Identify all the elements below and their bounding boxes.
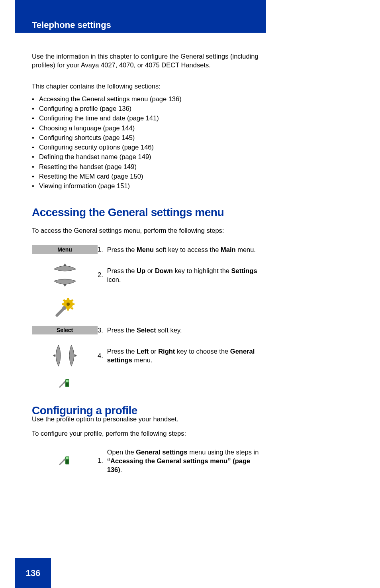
- softkey-button[interactable]: Menu: [32, 245, 98, 254]
- page-content: Use the information in this chapter to c…: [32, 40, 267, 417]
- svg-point-18: [63, 458, 65, 460]
- profile-lead: To configure your profile, perform the f…: [32, 429, 267, 438]
- summary-lead: This chapter contains the following sect…: [32, 82, 267, 90]
- page-number-box: 136: [15, 558, 51, 588]
- step-row: [32, 296, 267, 319]
- step-row: Menu1.Press the Menu soft key to access …: [32, 245, 267, 254]
- step-row: 2.Press the Up or Down key to highlight …: [32, 261, 267, 289]
- svg-point-10: [62, 306, 66, 310]
- bullet-item[interactable]: •Choosing a language (page 144): [32, 124, 267, 132]
- profile-body: Use the profile option to personalise yo…: [32, 415, 267, 423]
- step-row: [32, 377, 267, 390]
- step-number: 4.: [98, 352, 107, 360]
- general-settings-icon: [58, 454, 72, 468]
- bullet-item[interactable]: •Configuring a profile (page 136): [32, 104, 267, 113]
- profile-step-row: 1. Open the General settings menu using …: [32, 448, 267, 474]
- svg-point-14: [63, 382, 65, 383]
- settings-gear-icon: [54, 296, 76, 319]
- svg-rect-3: [62, 303, 64, 305]
- step-desc: Press the Up or Down key to highlight th…: [107, 266, 267, 284]
- bullet-item[interactable]: •Configuring the time and date (page 141…: [32, 114, 267, 122]
- accessing-lead: To access the General settings menu, per…: [32, 226, 267, 235]
- profile-step-desc: Open the General settings menu using the…: [107, 448, 267, 474]
- step-icon-cell: Select: [32, 326, 98, 334]
- steps-list: Menu1.Press the Menu soft key to access …: [32, 245, 267, 391]
- intro-paragraph: Use the information in this chapter to c…: [32, 52, 267, 70]
- heading-accessing: Accessing the General settings menu: [32, 206, 267, 219]
- step-number: 1.: [98, 246, 107, 253]
- bullet-item[interactable]: •Defining the handset name (page 149): [32, 152, 267, 161]
- bullet-item[interactable]: •Resetting the MEM card (page 150): [32, 172, 267, 181]
- bullet-item[interactable]: •Configuring security options (page 146): [32, 143, 267, 151]
- bullet-list: •Accessing the General settings menu (pa…: [32, 94, 267, 191]
- svg-rect-4: [72, 303, 74, 305]
- bullet-item[interactable]: •Accessing the General settings menu (pa…: [32, 94, 267, 103]
- nav-up-down-icon: [49, 261, 81, 289]
- svg-rect-1: [67, 298, 69, 300]
- bullet-item[interactable]: •Viewing information (page 151): [32, 181, 267, 190]
- svg-rect-13: [66, 383, 69, 386]
- bullet-item[interactable]: •Configuring shortcuts (page 145): [32, 133, 267, 142]
- svg-rect-17: [66, 460, 69, 464]
- step-number: 2.: [98, 271, 107, 279]
- svg-point-9: [67, 303, 70, 306]
- bullet-item[interactable]: •Resetting the handset (page 149): [32, 162, 267, 171]
- step-desc: Press the Menu soft key to access the Ma…: [107, 245, 256, 254]
- step-row: 4.Press the Left or Right key to choose …: [32, 342, 267, 370]
- page-number: 136: [26, 568, 41, 578]
- step-icon-cell: Menu: [32, 245, 98, 254]
- general-settings-icon-cell: [32, 454, 98, 468]
- step-icon-cell: [32, 261, 98, 289]
- step-row: Select3.Press the Select soft key.: [32, 326, 267, 334]
- general-settings-icon: [58, 377, 72, 390]
- step-number: 3.: [98, 326, 107, 334]
- step-desc: Press the Left or Right key to choose th…: [107, 347, 267, 365]
- profile-step-number: 1.: [98, 457, 107, 464]
- svg-rect-12: [66, 380, 69, 382]
- step-desc: Press the Select soft key.: [107, 326, 182, 334]
- softkey-button[interactable]: Select: [32, 326, 98, 334]
- svg-rect-16: [66, 457, 69, 459]
- step-icon-cell: [32, 342, 98, 370]
- nav-left-right-icon: [49, 342, 81, 370]
- svg-rect-2: [67, 308, 69, 311]
- step-icon-cell: [32, 296, 98, 319]
- section-title: Telephone settings: [32, 20, 111, 30]
- profile-section: Use the profile option to personalise yo…: [32, 415, 267, 481]
- step-icon-cell: [32, 377, 98, 390]
